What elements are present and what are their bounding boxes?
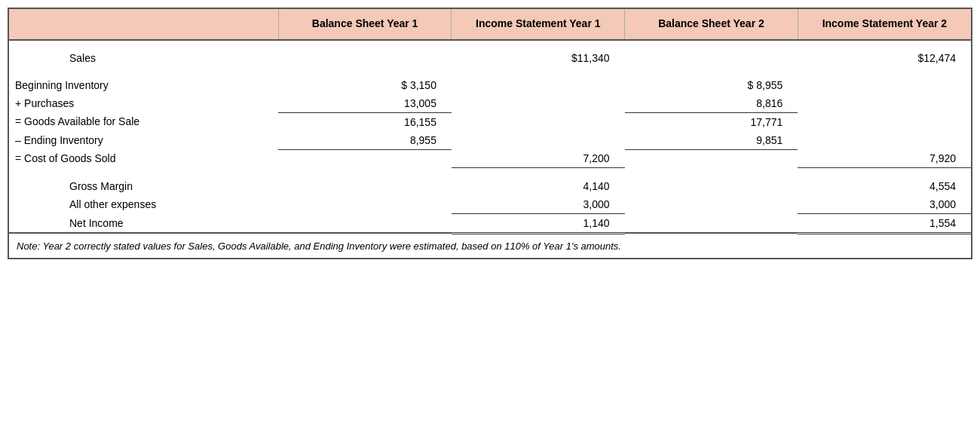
note-text: Note: Year 2 correctly stated values for… — [9, 233, 971, 258]
sales-label: Sales — [9, 49, 278, 67]
spacer — [9, 168, 971, 177]
beginning-inventory-bs2: $ 8,955 — [625, 76, 798, 94]
goods-available-bs1: 16,155 — [278, 112, 452, 131]
purchases-bs1: 13,005 — [278, 94, 452, 113]
gross-margin-row: Gross Margin 4,140 4,554 — [9, 177, 971, 195]
header-income-statement-year2: Income Statement Year 2 — [798, 9, 971, 40]
gross-margin-bs1 — [278, 177, 452, 195]
goods-available-is2 — [798, 112, 971, 131]
goods-available-is1 — [452, 112, 625, 131]
other-expenses-bs1 — [278, 195, 452, 214]
other-expenses-label: All other expenses — [9, 195, 278, 214]
financial-table: Balance Sheet Year 1 Income Statement Ye… — [8, 8, 972, 259]
other-expenses-is2: 3,000 — [798, 195, 971, 214]
net-income-label: Net Income — [9, 213, 278, 233]
spacer — [9, 67, 971, 76]
beginning-inventory-is2 — [798, 76, 971, 94]
header-balance-sheet-year2: Balance Sheet Year 2 — [625, 9, 798, 40]
goods-available-label: = Goods Available for Sale — [9, 112, 278, 131]
cogs-label: = Cost of Goods Sold — [9, 149, 278, 168]
other-expenses-bs2 — [625, 195, 798, 214]
purchases-is2 — [798, 94, 971, 113]
goods-available-bs2: 17,771 — [625, 112, 798, 131]
ending-inventory-row: – Ending Inventory 8,955 9,851 — [9, 131, 971, 150]
gross-margin-label: Gross Margin — [9, 177, 278, 195]
net-income-row: Net Income 1,140 1,554 — [9, 213, 971, 233]
gross-margin-is2: 4,554 — [798, 177, 971, 195]
cogs-row: = Cost of Goods Sold 7,200 7,920 — [9, 149, 971, 168]
cogs-bs1 — [278, 149, 452, 168]
net-income-is1: 1,140 — [452, 213, 625, 233]
gross-margin-bs2 — [625, 177, 798, 195]
beginning-inventory-label: Beginning Inventory — [9, 76, 278, 94]
other-expenses-is1: 3,000 — [452, 195, 625, 214]
ending-inventory-is2 — [798, 131, 971, 150]
other-expenses-row: All other expenses 3,000 3,000 — [9, 195, 971, 214]
goods-available-row: = Goods Available for Sale 16,155 17,771 — [9, 112, 971, 131]
net-income-bs2 — [625, 213, 798, 233]
net-income-is2: 1,554 — [798, 213, 971, 233]
ending-inventory-bs2: 9,851 — [625, 131, 798, 150]
cogs-is1: 7,200 — [452, 149, 625, 168]
sales-bs1 — [278, 49, 452, 67]
ending-inventory-is1 — [452, 131, 625, 150]
table-header: Balance Sheet Year 1 Income Statement Ye… — [9, 9, 971, 40]
header-col-label — [9, 9, 278, 40]
net-income-bs1 — [278, 213, 452, 233]
sales-row: Sales $11,340 $12,474 — [9, 49, 971, 67]
beginning-inventory-bs1: $ 3,150 — [278, 76, 452, 94]
purchases-row: + Purchases 13,005 8,816 — [9, 94, 971, 113]
note-row: Note: Year 2 correctly stated values for… — [9, 233, 971, 258]
ending-inventory-bs1: 8,955 — [278, 131, 452, 150]
cogs-bs2 — [625, 149, 798, 168]
purchases-label: + Purchases — [9, 94, 278, 113]
beginning-inventory-row: Beginning Inventory $ 3,150 $ 8,955 — [9, 76, 971, 94]
purchases-is1 — [452, 94, 625, 113]
ending-inventory-label: – Ending Inventory — [9, 131, 278, 150]
gross-margin-is1: 4,140 — [452, 177, 625, 195]
header-income-statement-year1: Income Statement Year 1 — [452, 9, 625, 40]
sales-is1: $11,340 — [452, 49, 625, 67]
beginning-inventory-is1 — [452, 76, 625, 94]
sales-is2: $12,474 — [798, 49, 971, 67]
spacer — [9, 40, 971, 49]
header-balance-sheet-year1: Balance Sheet Year 1 — [278, 9, 452, 40]
cogs-is2: 7,920 — [798, 149, 971, 168]
sales-bs2 — [625, 49, 798, 67]
purchases-bs2: 8,816 — [625, 94, 798, 113]
